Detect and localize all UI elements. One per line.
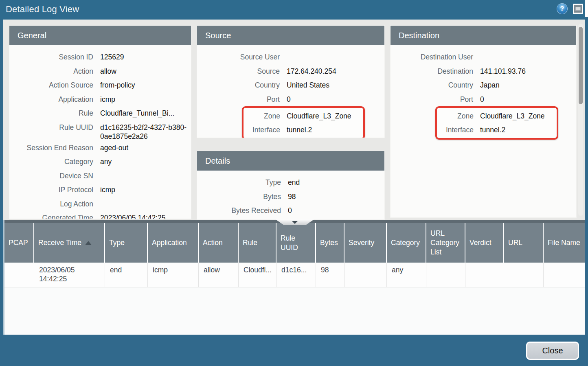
column-header-label: Rule bbox=[243, 238, 257, 248]
field-label: Country bbox=[391, 78, 473, 90]
field-row-application: Applicationicmp bbox=[9, 92, 191, 107]
field-value: 98 bbox=[288, 190, 296, 201]
field-row-log-action: Log Action bbox=[9, 197, 191, 211]
field-row-bytes-received: Bytes Received0 bbox=[197, 204, 384, 218]
general-panel: General Session ID125629ActionallowActio… bbox=[9, 25, 191, 219]
destination-panel-body: Destination UserDestination141.101.93.76… bbox=[391, 45, 576, 140]
field-row-port: Port0 bbox=[197, 92, 384, 107]
table-cell: allow bbox=[199, 263, 239, 287]
table-row[interactable]: 2023/06/05 14:42:25endicmpallowCloudfl..… bbox=[4, 263, 585, 287]
field-value: 0 bbox=[287, 92, 291, 104]
dialog-titlebar: Detailed Log View ? bbox=[0, 0, 588, 20]
column-header-application[interactable]: Application bbox=[148, 223, 199, 263]
sort-ascending-icon bbox=[85, 241, 92, 245]
field-row-type: Typeend bbox=[197, 175, 384, 190]
column-header-pcap[interactable]: PCAP bbox=[4, 223, 34, 263]
field-row-session-end-reason: Session End Reasonaged-out bbox=[9, 141, 191, 155]
window-icon[interactable] bbox=[573, 4, 583, 14]
table-cell bbox=[4, 263, 34, 287]
details-panel: Details TypeendBytes98Bytes Received0 bbox=[197, 151, 385, 220]
destination-panel: Destination Destination UserDestination1… bbox=[390, 25, 577, 218]
table-cell: 2023/06/05 14:42:25 bbox=[34, 263, 105, 287]
field-value: tunnel.2 bbox=[287, 123, 312, 134]
field-value: icmp bbox=[100, 92, 115, 104]
field-value: 2023/06/05 14:42:25 bbox=[100, 211, 166, 219]
field-value: icmp bbox=[100, 183, 115, 194]
field-row-device-sn: Device SN bbox=[9, 169, 191, 183]
column-header-label: URL Category List bbox=[430, 229, 461, 257]
field-label: Application bbox=[9, 92, 93, 104]
column-header-url[interactable]: URL bbox=[504, 223, 544, 263]
column-header-label: Receive Time bbox=[38, 238, 81, 248]
column-header-receive-time[interactable]: Receive Time bbox=[34, 223, 105, 263]
field-value: allow bbox=[100, 64, 116, 76]
highlight-box: ZoneCloudflare_L3_ZoneInterfacetunnel.2 bbox=[435, 106, 558, 140]
field-value: 141.101.93.76 bbox=[480, 64, 526, 76]
field-value: any bbox=[100, 155, 112, 166]
field-label: IP Protocol bbox=[9, 183, 93, 194]
log-detail-section: General Session ID125629ActionallowActio… bbox=[3, 20, 585, 220]
column-header-label: Type bbox=[109, 238, 125, 248]
field-value: 0 bbox=[288, 204, 292, 215]
field-value: from-policy bbox=[100, 78, 135, 90]
column-header-verdict[interactable]: Verdict bbox=[465, 223, 504, 263]
column-header-action[interactable]: Action bbox=[199, 223, 239, 263]
highlight-box: ZoneCloudflare_L3_ZoneInterfacetunnel.2 bbox=[242, 106, 365, 138]
column-header-type[interactable]: Type bbox=[105, 223, 148, 263]
field-label: Country bbox=[197, 78, 280, 90]
vertical-scrollbar[interactable] bbox=[578, 24, 583, 216]
table-cell bbox=[344, 263, 387, 287]
table-cell: 98 bbox=[316, 263, 344, 287]
help-icon[interactable]: ? bbox=[557, 3, 568, 14]
field-value: Cloudflare_L3_Zone bbox=[480, 109, 545, 121]
field-label: Action bbox=[9, 64, 93, 76]
column-header-severity[interactable]: Severity bbox=[344, 223, 387, 263]
column-header-label: Bytes bbox=[320, 238, 338, 248]
column-header-category[interactable]: Category bbox=[387, 223, 426, 263]
field-label: Port bbox=[197, 92, 280, 104]
source-panel-header: Source bbox=[197, 26, 384, 45]
field-row-zone: ZoneCloudflare_L3_Zone bbox=[439, 109, 554, 123]
field-value: Cloudflare_Tunnel_Bi... bbox=[100, 106, 174, 118]
field-label: Rule bbox=[9, 106, 93, 118]
table-body: 2023/06/05 14:42:25endicmpallowCloudfl..… bbox=[4, 263, 585, 287]
details-panel-header: Details bbox=[197, 151, 384, 171]
general-panel-body: Session ID125629ActionallowAction Source… bbox=[9, 45, 191, 219]
field-value: tunnel.2 bbox=[480, 123, 505, 134]
field-value: United States bbox=[287, 78, 329, 90]
log-table: PCAPReceive TimeTypeApplicationActionRul… bbox=[3, 220, 585, 335]
field-row-category: Categoryany bbox=[9, 155, 191, 169]
field-label: Destination bbox=[391, 64, 473, 76]
field-label: Bytes bbox=[197, 190, 281, 201]
field-row-action-source: Action Sourcefrom-policy bbox=[9, 78, 191, 92]
field-value: 172.64.240.254 bbox=[287, 64, 336, 76]
close-button[interactable]: Close bbox=[526, 342, 579, 360]
table-header-row: PCAPReceive TimeTypeApplicationActionRul… bbox=[4, 220, 585, 263]
column-header-rule[interactable]: Rule bbox=[239, 223, 276, 263]
scrollbar-corner bbox=[585, 0, 588, 17]
field-label: Action Source bbox=[9, 78, 93, 90]
column-header-file-name[interactable]: File Name bbox=[544, 223, 586, 263]
table-cell bbox=[544, 263, 586, 287]
column-header-label: Action bbox=[203, 238, 223, 248]
column-header-url-category-list[interactable]: URL Category List bbox=[426, 223, 465, 263]
field-label: Destination User bbox=[391, 50, 473, 61]
table-cell: end bbox=[105, 263, 148, 287]
field-value: end bbox=[288, 175, 300, 187]
column-header-rule-uuid[interactable]: Rule UUID bbox=[276, 223, 316, 263]
field-row-port: Port0 bbox=[391, 92, 576, 107]
field-row-action: Actionallow bbox=[9, 64, 191, 79]
column-header-label: PCAP bbox=[9, 238, 28, 248]
column-header-bytes[interactable]: Bytes bbox=[316, 223, 344, 263]
field-value: 0 bbox=[480, 92, 484, 104]
field-row-rule: RuleCloudflare_Tunnel_Bi... bbox=[9, 106, 191, 121]
field-label: Interface bbox=[246, 123, 280, 134]
field-value: 125629 bbox=[100, 50, 124, 61]
field-row-country: CountryUnited States bbox=[197, 78, 384, 92]
table-cell: Cloudfl... bbox=[239, 263, 276, 287]
table-cell bbox=[465, 263, 504, 287]
field-value: aged-out bbox=[100, 141, 128, 152]
field-row-bytes: Bytes98 bbox=[197, 190, 384, 204]
scrollbar-thumb[interactable] bbox=[579, 27, 583, 104]
field-value: Japan bbox=[480, 78, 500, 90]
